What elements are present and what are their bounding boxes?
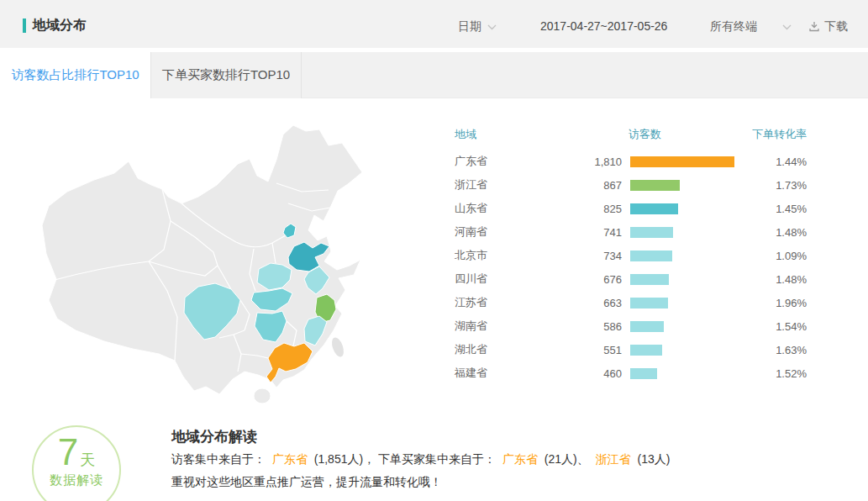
visitors-bar — [630, 250, 672, 261]
visitors-value: 586 — [525, 320, 626, 333]
conversion-rate: 1.96% — [735, 297, 807, 309]
table-row: 北京市 734 1.09% — [445, 244, 807, 267]
conversion-rate: 1.48% — [735, 226, 807, 239]
seven-day-badge: 7 天 数据解读 — [32, 425, 121, 501]
visitors-bar — [630, 298, 668, 309]
visitors-bar — [630, 180, 680, 191]
table-row: 广东省 1,810 1.44% — [445, 150, 807, 173]
map-island-hainan — [254, 388, 271, 403]
visitors-bar — [630, 203, 678, 214]
visitors-value: 663 — [525, 297, 626, 309]
visitors-bar — [630, 156, 734, 167]
region-table-rows: 广东省 1,810 1.44% 浙江省 867 1.73% 山东省 825 1.… — [445, 150, 807, 385]
region-name: 河南省 — [445, 224, 525, 240]
chevron-down-icon — [782, 24, 792, 30]
download-button[interactable]: 下载 — [808, 19, 848, 34]
page-title: 地域分布 — [33, 17, 87, 34]
table-row: 江苏省 663 1.96% — [445, 291, 807, 314]
visitors-value: 734 — [525, 250, 626, 262]
region-name: 山东省 — [445, 201, 525, 216]
insight-line-1: 访客集中来自于： 广东省 (1,851人)， 下单买家集中来自于： 广东省 (2… — [171, 452, 670, 467]
conversion-rate: 1.54% — [735, 320, 807, 333]
conversion-rate: 1.63% — [735, 344, 807, 356]
visitors-bar — [630, 227, 673, 238]
visitors-value: 1,810 — [525, 156, 626, 168]
region-name: 江苏省 — [445, 295, 525, 310]
badge-number: 7 — [58, 434, 78, 471]
china-map — [34, 109, 429, 412]
visitors-value: 825 — [525, 203, 626, 215]
column-header-region: 地域 — [445, 127, 525, 142]
terminal-dropdown[interactable]: 所有终端 — [710, 19, 792, 34]
title-block: 地域分布 — [23, 17, 87, 34]
visitors-bar — [630, 368, 657, 379]
region-name: 湖南省 — [445, 319, 525, 334]
insight-prefix: 访客集中来自于： — [171, 452, 266, 466]
region-name: 福建省 — [445, 366, 525, 381]
table-row: 湖南省 586 1.54% — [445, 314, 807, 338]
conversion-rate: 1.73% — [735, 179, 807, 192]
table-row: 山东省 825 1.45% — [445, 197, 807, 220]
badge-unit: 天 — [80, 450, 95, 470]
tab-bar: 访客数占比排行TOP10 下单买家数排行TOP10 — [0, 52, 868, 98]
conversion-rate: 1.48% — [735, 273, 807, 286]
insight-heading: 地域分布解读 — [171, 427, 257, 446]
date-dropdown[interactable]: 日期 — [458, 19, 497, 34]
visitors-value: 741 — [525, 226, 626, 239]
buyer-count-1: (21人)、 — [544, 452, 589, 466]
table-row: 浙江省 867 1.73% — [445, 173, 807, 197]
conversion-rate: 1.52% — [735, 367, 807, 380]
column-header-visitors: 访客数 — [525, 127, 739, 142]
region-name: 四川省 — [445, 272, 525, 287]
visitors-bar — [630, 274, 669, 285]
map-island-taiwan — [329, 336, 345, 359]
region-name: 湖北省 — [445, 342, 525, 357]
tab-buyer-ranking[interactable]: 下单买家数排行TOP10 — [150, 52, 302, 98]
visitors-value: 460 — [525, 367, 626, 380]
visitors-bar — [630, 321, 664, 332]
visitor-region-link[interactable]: 广东省 — [272, 452, 308, 466]
visitor-count: (1,851人)， — [314, 452, 375, 466]
download-label: 下载 — [824, 19, 848, 34]
buyer-region-link-2[interactable]: 浙江省 — [596, 452, 631, 466]
table-row: 湖北省 551 1.63% — [445, 338, 807, 361]
visitors-value: 676 — [525, 273, 626, 286]
terminal-dropdown-label: 所有终端 — [710, 19, 757, 34]
region-name: 广东省 — [445, 154, 525, 169]
download-icon — [808, 21, 824, 33]
insight-mid: 下单买家集中来自于： — [378, 452, 496, 466]
table-row: 四川省 676 1.48% — [445, 267, 807, 291]
column-header-rate: 下单转化率 — [739, 127, 807, 142]
date-dropdown-label: 日期 — [458, 19, 481, 34]
table-row: 福建省 460 1.52% — [445, 361, 807, 385]
conversion-rate: 1.09% — [735, 250, 807, 262]
table-row: 河南省 741 1.48% — [445, 220, 807, 244]
table-header-row: 地域 访客数 下单转化率 — [445, 124, 807, 145]
visitors-value: 551 — [525, 344, 626, 356]
region-ranking-table: 地域 访客数 下单转化率 广东省 1,810 1.44% 浙江省 867 1.7… — [445, 124, 807, 385]
buyer-count-2: (13人) — [638, 452, 671, 466]
region-name: 北京市 — [445, 248, 525, 263]
tab-visitor-ranking[interactable]: 访客数占比排行TOP10 — [0, 52, 150, 98]
insight-line-2: 重视对这些地区重点推广运营，提升流量和转化哦！ — [171, 475, 442, 490]
date-range-display[interactable]: 2017-04-27~2017-05-26 — [540, 19, 667, 33]
conversion-rate: 1.45% — [735, 203, 807, 215]
title-accent-bar — [23, 18, 26, 33]
conversion-rate: 1.44% — [735, 156, 807, 168]
region-name: 浙江省 — [445, 177, 525, 192]
chevron-down-icon — [487, 24, 497, 30]
visitors-value: 867 — [525, 179, 626, 192]
visitors-bar — [630, 345, 662, 356]
badge-caption: 数据解读 — [50, 472, 103, 488]
buyer-region-link-1[interactable]: 广东省 — [502, 452, 538, 466]
top-header-bar: 地域分布 日期 2017-04-27~2017-05-26 所有终端 下载 — [0, 0, 868, 48]
